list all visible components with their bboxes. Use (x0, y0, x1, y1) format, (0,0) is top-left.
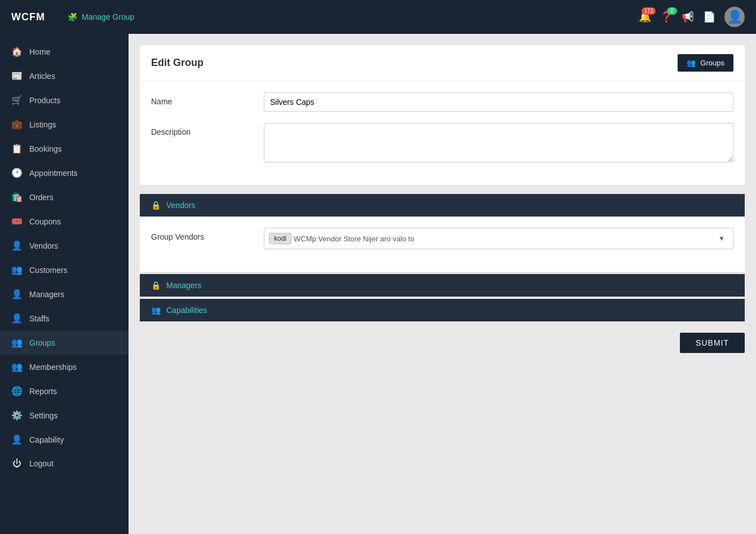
sidebar-item-vendors[interactable]: 👤 Vendors (0, 233, 129, 258)
vendors-body: Group Vendors kodi ▼ (140, 217, 745, 272)
submit-button[interactable]: SUBMIT (680, 333, 745, 353)
vendors-tags-input[interactable]: kodi ▼ (264, 228, 733, 249)
sidebar-label-bookings: Bookings (29, 144, 62, 153)
coupons-icon: 🎟️ (11, 216, 23, 227)
topbar-nav: 🧩 Manage Group (68, 12, 134, 21)
sidebar-item-home[interactable]: 🏠 Home (0, 39, 129, 64)
managers-section-title: Managers (166, 281, 201, 290)
sidebar-label-settings: Settings (29, 411, 58, 420)
sidebar-label-orders: Orders (29, 193, 54, 202)
customers-icon: 👥 (11, 264, 23, 275)
vendors-search-input[interactable] (294, 235, 713, 243)
sidebar-item-articles[interactable]: 📰 Articles (0, 64, 129, 88)
sidebar-item-logout[interactable]: ⏻ Logout (0, 452, 129, 475)
group-vendors-label: Group Vendors (151, 228, 264, 241)
sidebar-label-customers: Customers (29, 266, 68, 275)
notifications-badge: 172 (642, 7, 656, 15)
staffs-icon: 👤 (11, 313, 23, 324)
topbar: WCFM 🧩 Manage Group 🔔 172 ❓ 0 📢 📄 👤 (0, 0, 756, 34)
capability-icon: 👤 (11, 434, 23, 445)
sidebar-label-reports: Reports (29, 387, 57, 396)
capabilities-section-wrapper: 👥 Capabilities (140, 299, 745, 321)
messages-button[interactable]: 📄 (703, 11, 715, 23)
sidebar-label-home: Home (29, 47, 50, 56)
avatar-icon: 👤 (727, 10, 742, 24)
sidebar-item-bookings[interactable]: 📋 Bookings (0, 136, 129, 161)
sidebar-item-memberships[interactable]: 👥 Memberships (0, 355, 129, 379)
groups-icon: 👥 (11, 337, 23, 348)
sidebar-item-settings[interactable]: ⚙️ Settings (0, 403, 129, 427)
name-label: Name (151, 92, 264, 106)
settings-icon: ⚙️ (11, 410, 23, 421)
edit-group-header: Edit Group 👥 Groups (140, 45, 745, 81)
products-icon: 🛒 (11, 95, 23, 105)
name-row: Name (151, 92, 733, 112)
sidebar-label-logout: Logout (29, 459, 54, 468)
user-avatar[interactable]: 👤 (724, 7, 745, 27)
sidebar-item-listings[interactable]: 💼 Listings (0, 112, 129, 136)
capabilities-section-title: Capabilities (166, 306, 207, 315)
sidebar-label-listings: Listings (29, 120, 56, 129)
home-icon: 🏠 (11, 46, 23, 57)
sidebar-label-groups: Groups (29, 338, 55, 347)
groups-btn-label: Groups (700, 59, 724, 67)
reports-icon: 🌐 (11, 386, 23, 396)
sidebar-label-articles: Articles (29, 72, 55, 81)
edit-group-panel: Edit Group 👥 Groups Name Description (140, 45, 745, 185)
sidebar-item-groups[interactable]: 👥 Groups (0, 330, 129, 355)
capabilities-section-icon: 👥 (151, 306, 161, 315)
vendors-section-wrapper: 🔒 Vendors Group Vendors kodi ▼ (140, 194, 745, 272)
sidebar-item-coupons[interactable]: 🎟️ Coupons (0, 209, 129, 233)
capabilities-section-header[interactable]: 👥 Capabilities (140, 299, 745, 321)
dropdown-arrow-icon: ▼ (715, 235, 728, 242)
sidebar-label-capability: Capability (29, 435, 64, 444)
page-title: Edit Group (151, 57, 204, 69)
vendor-tag: kodi (269, 233, 291, 244)
vendors-section-title: Vendors (166, 201, 195, 210)
sidebar-item-managers[interactable]: 👤 Managers (0, 282, 129, 306)
topbar-right: 🔔 172 ❓ 0 📢 📄 👤 (639, 7, 745, 27)
announcement-button[interactable]: 📢 (682, 11, 694, 23)
managers-icon: 👤 (11, 289, 23, 299)
vendors-icon: 👤 (11, 240, 23, 251)
submit-row: SUBMIT (140, 324, 745, 353)
sidebar-label-appointments: Appointments (29, 169, 78, 178)
group-vendors-row: Group Vendors kodi ▼ (151, 228, 733, 249)
managers-section-header[interactable]: 🔒 Managers (140, 274, 745, 297)
sidebar-label-coupons: Coupons (29, 217, 61, 226)
manage-group-nav-icon: 🧩 (68, 12, 77, 21)
sidebar-label-staffs: Staffs (29, 314, 50, 323)
vendors-section-header[interactable]: 🔒 Vendors (140, 194, 745, 217)
appointments-icon: 🕐 (11, 167, 23, 178)
memberships-icon: 👥 (11, 361, 23, 372)
description-label: Description (151, 123, 264, 136)
sidebar-label-products: Products (29, 96, 60, 105)
sidebar-label-managers: Managers (29, 290, 64, 299)
main-content: Edit Group 👥 Groups Name Description (129, 34, 756, 534)
managers-section-wrapper: 🔒 Managers (140, 274, 745, 297)
notifications-button[interactable]: 🔔 172 (639, 11, 651, 23)
brand-logo: WCFM (11, 11, 45, 23)
logout-icon: ⏻ (11, 458, 23, 469)
orders-icon: 🛍️ (11, 192, 23, 202)
name-input[interactable] (264, 92, 733, 112)
megaphone-icon: 📢 (682, 11, 694, 23)
description-row: Description (151, 123, 733, 162)
sidebar-item-products[interactable]: 🛒 Products (0, 88, 129, 112)
sidebar-label-vendors: Vendors (29, 241, 58, 250)
sidebar-item-staffs[interactable]: 👤 Staffs (0, 306, 129, 330)
groups-button[interactable]: 👥 Groups (678, 54, 733, 72)
sidebar-item-orders[interactable]: 🛍️ Orders (0, 185, 129, 209)
clipboard-icon: 📄 (703, 11, 715, 23)
groups-btn-icon: 👥 (687, 59, 696, 67)
sidebar-item-capability[interactable]: 👤 Capability (0, 427, 129, 452)
main-layout: 🏠 Home 📰 Articles 🛒 Products 💼 Listings … (0, 34, 756, 534)
description-input[interactable] (264, 123, 733, 162)
sidebar-item-customers[interactable]: 👥 Customers (0, 258, 129, 282)
help-badge: 0 (667, 7, 677, 15)
help-button[interactable]: ❓ 0 (660, 11, 673, 23)
sidebar-item-appointments[interactable]: 🕐 Appointments (0, 161, 129, 185)
sidebar-item-reports[interactable]: 🌐 Reports (0, 379, 129, 403)
manage-group-label: Manage Group (82, 12, 134, 21)
sidebar-label-memberships: Memberships (29, 363, 77, 372)
